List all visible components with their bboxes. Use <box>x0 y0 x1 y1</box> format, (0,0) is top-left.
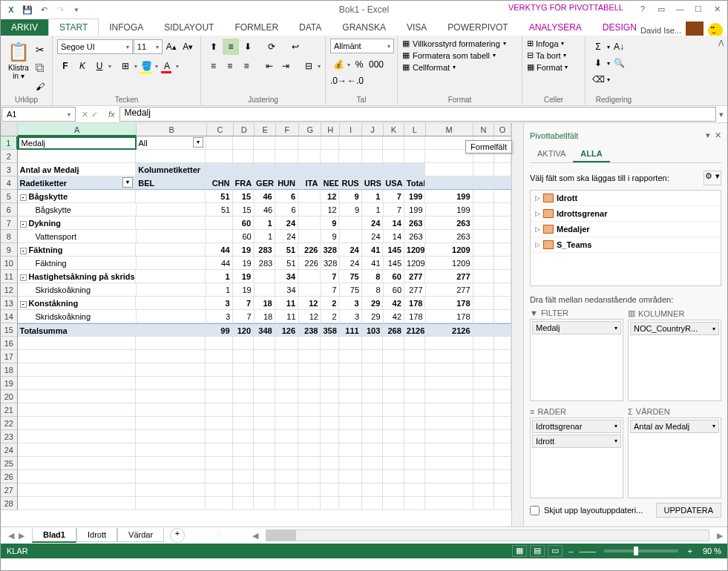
cell-G5[interactable] <box>298 190 321 203</box>
cell-D16[interactable] <box>233 337 255 350</box>
cell-A18[interactable] <box>18 363 137 377</box>
cell-I23[interactable] <box>339 430 361 443</box>
cell-O12[interactable] <box>494 283 511 297</box>
cell-I21[interactable] <box>339 403 361 417</box>
filter-area[interactable]: ▼FILTER Medalj▾ <box>530 307 623 401</box>
field-list[interactable]: ▷Idrott▷Idrottsgrenar▷Medaljer▷S_Teams <box>530 190 721 286</box>
cell-G2[interactable] <box>298 150 321 163</box>
cell-G14[interactable]: 12 <box>299 310 321 323</box>
cell-N12[interactable] <box>473 283 495 297</box>
cell-I24[interactable] <box>339 443 361 457</box>
expand-formula-icon[interactable]: ▾ <box>716 110 727 119</box>
cell-N26[interactable] <box>473 470 495 483</box>
cell-A2[interactable] <box>18 150 137 163</box>
row-header-10[interactable]: 10 <box>1 257 18 270</box>
cell-M18[interactable] <box>425 363 473 377</box>
cell-K21[interactable] <box>383 403 404 417</box>
pane-close-icon[interactable]: ✕ <box>715 131 721 140</box>
cell-N9[interactable] <box>473 243 495 257</box>
cell-H6[interactable]: 12 <box>321 203 340 217</box>
row-header-8[interactable]: 8 <box>1 230 18 243</box>
cell-N25[interactable] <box>473 457 495 470</box>
cell-J3[interactable] <box>362 163 384 176</box>
bold-button[interactable]: F <box>57 58 73 74</box>
cell-L13[interactable]: 178 <box>404 297 426 310</box>
cell-I25[interactable] <box>339 457 361 470</box>
cell-G1[interactable] <box>298 136 321 150</box>
cell-C25[interactable] <box>206 457 232 470</box>
cell-D6[interactable]: 15 <box>233 203 255 217</box>
cell-G18[interactable] <box>298 363 321 377</box>
cell-O21[interactable] <box>494 403 511 417</box>
cell-K25[interactable] <box>383 457 404 470</box>
cell-J10[interactable]: 41 <box>362 257 384 270</box>
col-header-H[interactable]: H <box>321 123 340 136</box>
cell-G27[interactable] <box>298 483 321 497</box>
cell-A27[interactable] <box>18 483 137 497</box>
cell-E28[interactable] <box>254 497 275 510</box>
cell-G10[interactable]: 226 <box>299 257 321 270</box>
cell-J9[interactable]: 41 <box>362 243 384 257</box>
cell-J6[interactable]: 1 <box>362 203 384 217</box>
cell-D14[interactable]: 7 <box>233 310 255 323</box>
cell-I17[interactable] <box>339 350 361 363</box>
cell-D25[interactable] <box>233 457 255 470</box>
cell-L22[interactable] <box>404 417 426 430</box>
pane-options-icon[interactable]: ▾ <box>706 131 710 140</box>
cell-F4[interactable]: HUN <box>275 176 298 190</box>
cell-L10[interactable]: 1209 <box>404 257 426 270</box>
cell-G17[interactable] <box>298 350 321 363</box>
cell-L14[interactable]: 178 <box>404 310 426 323</box>
font-color-icon[interactable]: A <box>159 58 175 74</box>
cell-F23[interactable] <box>275 430 298 443</box>
cell-G26[interactable] <box>298 470 321 483</box>
cell-F1[interactable] <box>275 136 298 150</box>
cell-C27[interactable] <box>206 483 232 497</box>
cell-F8[interactable]: 24 <box>275 230 298 243</box>
defer-checkbox[interactable] <box>530 506 540 515</box>
cell-A17[interactable] <box>18 350 137 363</box>
cell-M5[interactable]: 199 <box>425 190 473 203</box>
cell-H4[interactable]: NED <box>321 176 339 190</box>
cell-B27[interactable] <box>136 483 206 497</box>
qat-dropdown-icon[interactable]: ▼ <box>70 4 82 16</box>
cell-B20[interactable] <box>136 390 206 403</box>
close-icon[interactable]: ✕ <box>708 1 726 17</box>
cell-H26[interactable] <box>321 470 339 483</box>
cell-K10[interactable]: 145 <box>384 257 405 270</box>
cell-D7[interactable]: 60 <box>233 217 255 230</box>
cell-C9[interactable]: 44 <box>206 243 232 257</box>
zoom-slider[interactable] <box>604 549 678 552</box>
cell-K24[interactable] <box>383 443 404 457</box>
cell-M24[interactable] <box>425 443 473 457</box>
cell-G13[interactable]: 12 <box>298 297 321 310</box>
cell-I9[interactable]: 24 <box>339 243 361 257</box>
cell-N6[interactable] <box>473 203 495 217</box>
cell-N17[interactable] <box>473 350 495 363</box>
cell-N14[interactable] <box>473 310 495 323</box>
cell-L6[interactable]: 199 <box>404 203 426 217</box>
cell-B24[interactable] <box>136 443 206 457</box>
cell-A3[interactable]: Antal av Medalj <box>18 163 137 176</box>
cell-I15[interactable]: 111 <box>339 323 361 337</box>
cell-I18[interactable] <box>339 363 361 377</box>
cell-J27[interactable] <box>362 483 384 497</box>
formula-input[interactable]: Medalj <box>119 107 716 122</box>
cell-H18[interactable] <box>321 363 339 377</box>
cell-G9[interactable]: 226 <box>298 243 321 257</box>
row-header-20[interactable]: 20 <box>1 390 18 403</box>
cell-B11[interactable] <box>136 270 206 283</box>
cell-E6[interactable]: 46 <box>255 203 276 217</box>
cell-M25[interactable] <box>425 457 473 470</box>
cell-C14[interactable]: 3 <box>206 310 233 323</box>
cell-G25[interactable] <box>298 457 321 470</box>
cell-A24[interactable] <box>18 443 137 457</box>
cell-H22[interactable] <box>321 417 339 430</box>
row-header-15[interactable]: 15 <box>1 323 18 337</box>
cell-E25[interactable] <box>254 457 275 470</box>
cell-J1[interactable] <box>362 136 384 150</box>
cell-H11[interactable]: 7 <box>321 270 339 283</box>
cell-B8[interactable] <box>137 230 206 243</box>
cell-I8[interactable] <box>340 230 362 243</box>
cell-G22[interactable] <box>298 417 321 430</box>
